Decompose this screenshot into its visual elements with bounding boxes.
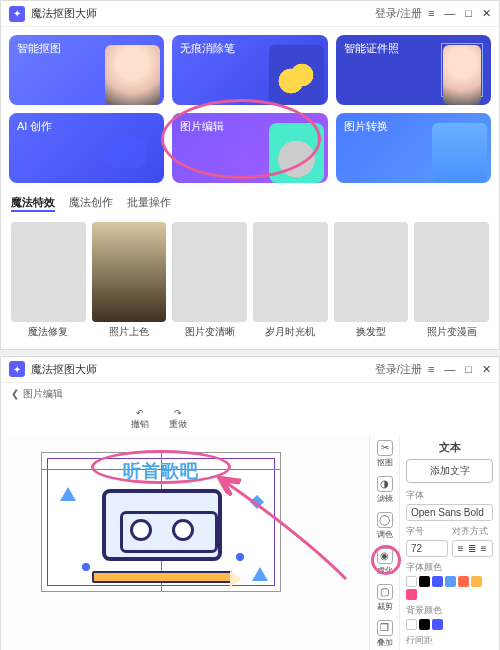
color-swatch[interactable]: [445, 576, 456, 587]
color-swatch[interactable]: [432, 619, 443, 630]
tool-blur[interactable]: ◉虚化: [377, 548, 393, 576]
effect-item[interactable]: 换发型: [334, 222, 409, 339]
blur-icon: ◉: [377, 548, 393, 564]
effect-label: 魔法修复: [11, 325, 86, 339]
color-swatch[interactable]: [406, 619, 417, 630]
titlebar: ✦ 魔法抠图大师 登录/注册 ≡ — □ ✕: [1, 357, 499, 383]
size-label: 字号: [406, 525, 448, 538]
tool-color[interactable]: ◯调色: [377, 512, 393, 540]
color-swatch[interactable]: [406, 589, 417, 600]
card-thumb: [105, 45, 160, 105]
effect-label: 换发型: [334, 325, 409, 339]
tool-cutout[interactable]: ✂抠图: [377, 440, 393, 468]
tab-magic-effects[interactable]: 魔法特效: [11, 195, 55, 212]
color-swatch[interactable]: [458, 576, 469, 587]
font-color-label: 字体颜色: [406, 561, 493, 574]
effect-tabs: 魔法特效 魔法创作 批量操作: [1, 191, 499, 216]
tool-filter[interactable]: ◑滤镜: [377, 476, 393, 504]
editor-body: 听首歌吧 ✂抠图 ◑滤镜: [1, 434, 499, 650]
card-eraser[interactable]: 无痕消除笔: [172, 35, 327, 105]
color-swatch[interactable]: [471, 576, 482, 587]
text-properties-panel: 文本 添加文字 字体 Open Sans Bold 字号 72 对齐方式 ≡ ≣…: [400, 434, 499, 650]
maximize-button[interactable]: □: [465, 363, 472, 376]
effect-label: 图片变清晰: [172, 325, 247, 339]
close-button[interactable]: ✕: [482, 363, 491, 376]
align-center-icon[interactable]: ≣: [468, 543, 476, 554]
color-swatch[interactable]: [406, 576, 417, 587]
minimize-button[interactable]: —: [444, 363, 455, 376]
card-thumb: [443, 45, 481, 105]
effect-item[interactable]: 岁月时光机: [253, 222, 328, 339]
effect-item[interactable]: 魔法修复: [11, 222, 86, 339]
canvas-area[interactable]: 听首歌吧: [1, 434, 369, 650]
bg-color-label: 背景颜色: [406, 604, 493, 617]
canvas-toolbar: ↶撤销 ↷重做: [1, 405, 499, 434]
card-thumb: [269, 123, 324, 183]
avatar[interactable]: [353, 6, 369, 22]
tool-overlay[interactable]: ❐叠加: [377, 620, 393, 648]
right-panel: ✂抠图 ◑滤镜 ◯调色 ◉虚化 ▢裁剪 ❐叠加 A文本 ☺贴纸 ✎笔刷 文本 添…: [369, 434, 499, 650]
add-text-button[interactable]: 添加文字: [406, 459, 493, 483]
avatar[interactable]: [353, 361, 369, 377]
effect-label: 照片上色: [92, 325, 167, 339]
menu-icon[interactable]: ≡: [428, 363, 434, 376]
tool-crop[interactable]: ▢裁剪: [377, 584, 393, 612]
effect-thumb: [172, 222, 247, 322]
align-label: 对齐方式: [452, 525, 494, 538]
menu-icon[interactable]: ≡: [428, 7, 434, 20]
card-smart-cutout[interactable]: 智能抠图: [9, 35, 164, 105]
card-label: AI 创作: [17, 120, 52, 132]
undo-button[interactable]: ↶撤销: [131, 408, 149, 431]
size-input[interactable]: 72: [406, 540, 448, 557]
login-link[interactable]: 登录/注册: [375, 362, 422, 377]
card-label: 无痕消除笔: [180, 42, 235, 54]
main-window: ✦ 魔法抠图大师 登录/注册 ≡ — □ ✕ 智能抠图 无痕消除笔 智能证件照 …: [0, 0, 500, 350]
card-thumb: [269, 45, 324, 105]
effect-item[interactable]: 照片上色: [92, 222, 167, 339]
overlay-icon: ❐: [377, 620, 393, 636]
card-thumb: [106, 138, 146, 168]
card-label: 智能证件照: [344, 42, 399, 54]
window-controls: ≡ — □ ✕: [428, 7, 491, 20]
maximize-button[interactable]: □: [465, 7, 472, 20]
effect-thumb: [334, 222, 409, 322]
color-swatch[interactable]: [419, 619, 430, 630]
card-id-photo[interactable]: 智能证件照: [336, 35, 491, 105]
annotation-arrow: [1, 434, 369, 650]
effect-item[interactable]: 图片变清晰: [172, 222, 247, 339]
login-link[interactable]: 登录/注册: [375, 6, 422, 21]
card-image-edit[interactable]: 图片编辑: [172, 113, 327, 183]
breadcrumb-label[interactable]: 图片编辑: [23, 387, 63, 401]
back-icon[interactable]: ❮: [11, 388, 19, 399]
effect-label: 岁月时光机: [253, 325, 328, 339]
editor-window: ✦ 魔法抠图大师 登录/注册 ≡ — □ ✕ ❮ 图片编辑 ↶撤销 ↷重做 听首…: [0, 356, 500, 650]
tab-magic-create[interactable]: 魔法创作: [69, 195, 113, 212]
effect-thumb: [11, 222, 86, 322]
align-left-icon[interactable]: ≡: [458, 543, 464, 554]
effect-item[interactable]: 照片变漫画: [414, 222, 489, 339]
panel-heading: 文本: [406, 440, 493, 455]
color-swatch[interactable]: [419, 576, 430, 587]
card-label: 图片转换: [344, 120, 388, 132]
tab-batch[interactable]: 批量操作: [127, 195, 171, 212]
bg-color-swatches: [406, 619, 493, 630]
effects-row: 魔法修复 照片上色 图片变清晰 岁月时光机 换发型 照片变漫画: [1, 216, 499, 349]
filter-icon: ◑: [377, 476, 393, 492]
color-swatch[interactable]: [432, 576, 443, 587]
redo-button[interactable]: ↷重做: [169, 408, 187, 431]
app-logo-icon: ✦: [9, 6, 25, 22]
minimize-button[interactable]: —: [444, 7, 455, 20]
effect-thumb: [414, 222, 489, 322]
close-button[interactable]: ✕: [482, 7, 491, 20]
align-select[interactable]: ≡ ≣ ≡: [452, 540, 494, 557]
card-image-convert[interactable]: 图片转换: [336, 113, 491, 183]
undo-label: 撤销: [131, 419, 149, 429]
scissors-icon: ✂: [377, 440, 393, 456]
app-title: 魔法抠图大师: [31, 362, 353, 377]
font-select[interactable]: Open Sans Bold: [406, 504, 493, 521]
feature-grid: 智能抠图 无痕消除笔 智能证件照 AI 创作 图片编辑 图片转换: [1, 27, 499, 191]
redo-label: 重做: [169, 419, 187, 429]
align-right-icon[interactable]: ≡: [481, 543, 487, 554]
card-ai-create[interactable]: AI 创作: [9, 113, 164, 183]
app-title: 魔法抠图大师: [31, 6, 353, 21]
